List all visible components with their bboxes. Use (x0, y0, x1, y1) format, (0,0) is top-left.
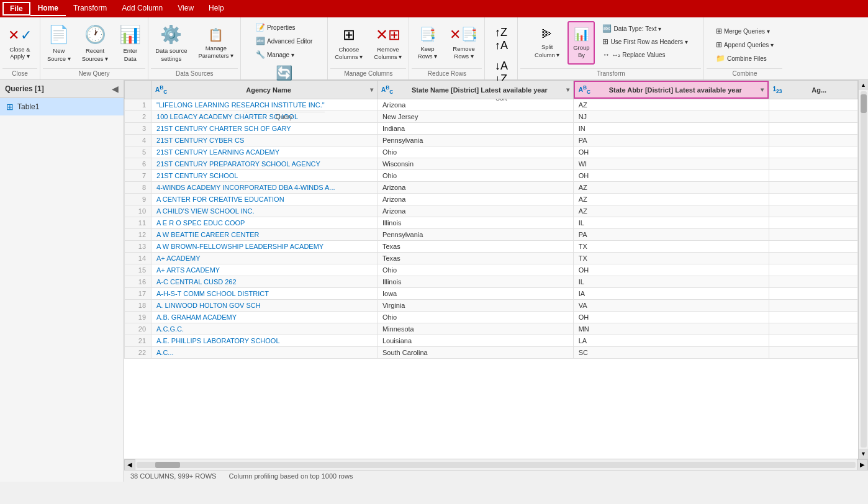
table-row[interactable]: 22A.C...South CarolinaSC (125, 347, 858, 359)
state-abbr-cell: PA (573, 135, 769, 146)
col-header-ag[interactable]: 123 Ag... (769, 81, 857, 99)
tab-add-column[interactable]: Add Column (114, 1, 170, 16)
table-row[interactable]: 12A W BEATTIE CAREER CENTERPennsylvaniaP… (125, 229, 858, 241)
table-row[interactable]: 2100 LEGACY ACADEMY CHARTER SCHOOLNew Je… (125, 111, 858, 123)
recent-sources-button[interactable]: 🕐 RecentSources ▾ (78, 19, 113, 68)
state-abbr-cell: LA (573, 335, 769, 347)
h-scroll-thumb[interactable] (155, 462, 180, 468)
table-wrapper[interactable]: ABC Agency Name ▾ ABC State Name [Distri… (124, 80, 858, 459)
ag-cell (769, 123, 857, 135)
manage-button[interactable]: 🔧 Manage ▾ (252, 48, 316, 61)
v-scroll-down-button[interactable]: ▼ (859, 449, 869, 459)
combine-files-button[interactable]: 📁 Combine Files (712, 52, 771, 65)
advanced-editor-button[interactable]: 🔤 Advanced Editor (252, 35, 316, 47)
table-row[interactable]: 14A+ ACADEMYTexasTX (125, 253, 858, 264)
choose-columns-button[interactable]: ⊞ ChooseColumns ▾ (330, 19, 367, 68)
row-number-cell: 10 (125, 205, 151, 217)
ag-cell (769, 288, 857, 300)
table-row[interactable]: 21A.E. PHILLIPS LABORATORY SCHOOLLouisia… (125, 335, 858, 347)
split-column-button[interactable]: ⫸ SplitColumn ▾ (530, 21, 564, 65)
close-apply-button[interactable]: ✕ ✓ Close &Apply ▾ (2, 19, 37, 68)
v-scroll-track[interactable] (861, 91, 867, 448)
agency-name-cell: 21ST CENTURY SCHOOL (151, 170, 377, 182)
ag-cell (769, 300, 857, 312)
agency-name-cell: A W BROWN-FELLOWSHIP LEADERSHIP ACADEMY (151, 241, 377, 253)
ribbon-group-data-sources: ⚙️ Data sourcesettings 📋 ManageParameter… (148, 17, 241, 79)
v-scroll-up-button[interactable]: ▲ (859, 80, 869, 90)
state-name-cell: Illinois (377, 217, 573, 229)
table-row[interactable]: 18A. LINWOOD HOLTON GOV SCHVirginiaVA (125, 300, 858, 312)
table-row[interactable]: 10A CHILD'S VIEW SCHOOL INC.ArizonaAZ (125, 205, 858, 217)
merge-queries-button[interactable]: ⊞ Merge Queries ▾ (712, 25, 774, 37)
tab-view[interactable]: View (170, 1, 201, 16)
ag-cell (769, 241, 857, 253)
table-row[interactable]: 84-WINDS ACADEMY INCORPORATED DBA 4-WIND… (125, 182, 858, 194)
table-row[interactable]: 11A E R O SPEC EDUC COOPIllinoisIL (125, 217, 858, 229)
replace-values-button[interactable]: ↔ ↔₂ Replace Values (599, 48, 691, 61)
enter-data-button[interactable]: 📊 EnterData (115, 19, 145, 68)
properties-button[interactable]: 📝 Properties (252, 21, 316, 34)
h-scrollbar[interactable]: ◀ ▶ (124, 459, 868, 470)
col-header-agency[interactable]: ABC Agency Name ▾ (151, 81, 377, 99)
state-name-cell: Indiana (377, 123, 573, 135)
keep-rows-button[interactable]: 📑 KeepRows ▾ (412, 19, 443, 68)
agency-name-cell: A CENTER FOR CREATIVE EDUCATION (151, 194, 377, 205)
data-type-button[interactable]: 🔤 Data Type: Text ▾ (599, 22, 691, 35)
row-number-cell: 11 (125, 217, 151, 229)
table-row[interactable]: 421ST CENTURY CYBER CSPennsylvaniaPA (125, 135, 858, 146)
use-first-row-button[interactable]: ⊞ Use First Row as Headers ▾ (599, 35, 691, 48)
new-source-button[interactable]: 📄 NewSource ▾ (43, 19, 75, 68)
tab-help[interactable]: Help (201, 1, 232, 16)
table-row[interactable]: 13A W BROWN-FELLOWSHIP LEADERSHIP ACADEM… (125, 241, 858, 253)
data-source-settings-button[interactable]: ⚙️ Data sourcesettings (151, 19, 191, 68)
manage-parameters-button[interactable]: 📋 ManageParameters ▾ (194, 19, 238, 68)
ag-cell (769, 312, 857, 323)
state-abbr-cell: AZ (573, 205, 769, 217)
queries-panel: Queries [1] ◀ ⊞ Table1 (0, 80, 124, 482)
table-row[interactable]: 321ST CENTURY CHARTER SCH OF GARYIndiana… (125, 123, 858, 135)
agency-name-cell: A.C.G.C. (151, 323, 377, 335)
remove-columns-button[interactable]: ✕⊞ RemoveColumns ▾ (369, 19, 406, 68)
sort-asc-button[interactable]: ↑Z↑A (490, 24, 512, 55)
agency-name-cell: 21ST CENTURY CYBER CS (151, 135, 377, 146)
file-menu-button[interactable]: File (2, 2, 30, 16)
table-row[interactable]: 9A CENTER FOR CREATIVE EDUCATIONArizonaA… (125, 194, 858, 205)
group-by-button[interactable]: 📊 GroupBy (567, 21, 595, 65)
ribbon-group-query: 📝 Properties 🔤 Advanced Editor 🔧 Manage … (241, 17, 328, 79)
h-scroll-track[interactable] (137, 462, 856, 468)
tab-home[interactable]: Home (30, 1, 66, 16)
table-row[interactable]: 15A+ ARTS ACADEMYOhioOH (125, 264, 858, 276)
table-row[interactable]: 19A.B. GRAHAM ACADEMYOhioOH (125, 312, 858, 323)
ag-cell (769, 229, 857, 241)
queries-collapse-button[interactable]: ◀ (112, 84, 119, 94)
tab-transform[interactable]: Transform (66, 1, 114, 16)
state-name-cell: Arizona (377, 182, 573, 194)
table-row[interactable]: 17A-H-S-T COMM SCHOOL DISTRICTIowaIA (125, 288, 858, 300)
status-bar: 38 COLUMNS, 999+ ROWS Column profiling b… (124, 470, 868, 482)
table-row[interactable]: 16A-C CENTRAL CUSD 262IllinoisIL (125, 276, 858, 288)
row-number-cell: 18 (125, 300, 151, 312)
ribbon-group-manage-cols-label: Manage Columns (330, 68, 406, 78)
col-header-state-abbr[interactable]: ABC State Abbr [District] Latest availab… (573, 81, 769, 99)
table-row[interactable]: 20A.C.G.C.MinnesotaMN (125, 323, 858, 335)
table-row[interactable]: 721ST CENTURY SCHOOLOhioOH (125, 170, 858, 182)
h-scroll-right-button[interactable]: ▶ (857, 459, 868, 470)
table-row[interactable]: 621ST CENTURY PREPARATORY SCHOOL AGENCYW… (125, 158, 858, 170)
row-number-cell: 20 (125, 323, 151, 335)
col-type-icon-agency: ABC (155, 84, 167, 95)
v-scrollbar[interactable]: ▲ ▼ (858, 80, 868, 459)
row-number-cell: 6 (125, 158, 151, 170)
query-item-table1[interactable]: ⊞ Table1 (0, 98, 124, 115)
v-scroll-thumb[interactable] (861, 94, 867, 113)
table-row[interactable]: 521ST CENTURY LEARNING ACADEMYOhioOH (125, 146, 858, 158)
col-dropdown-state-abbr[interactable]: ▾ (761, 86, 764, 93)
state-name-cell: Ohio (377, 170, 573, 182)
remove-rows-button[interactable]: ✕📑 RemoveRows ▾ (445, 19, 482, 68)
col-header-state-name[interactable]: ABC State Name [District] Latest availab… (377, 81, 573, 99)
menu-bar: File Home Transform Add Column View Help (0, 0, 868, 17)
col-dropdown-agency[interactable]: ▾ (370, 86, 373, 93)
h-scroll-left-button[interactable]: ◀ (124, 459, 135, 470)
append-queries-button[interactable]: ⊞ Append Queries ▾ (712, 38, 777, 51)
col-dropdown-state-name[interactable]: ▾ (566, 86, 569, 93)
state-name-cell: Wisconsin (377, 158, 573, 170)
